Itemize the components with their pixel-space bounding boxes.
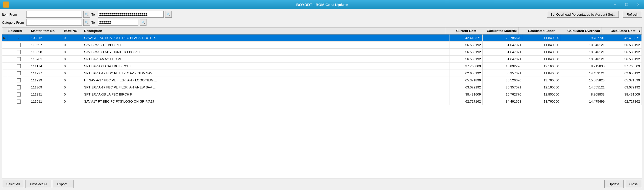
minimize-button[interactable]: −: [609, 0, 621, 9]
category-to-input[interactable]: [98, 19, 138, 26]
row-desc-2: SAV B-MAG LADY HUNTER FBC PL F: [83, 49, 450, 55]
row-calc-lab-2: 11.840000: [523, 49, 561, 55]
category-to-search-button[interactable]: 🔍: [140, 19, 146, 26]
row-master-1: 110697: [30, 42, 63, 48]
row-calc-lab-6: 13.760000: [523, 77, 561, 84]
row-calc-over-4: 8.715833: [561, 63, 606, 70]
row-checkbox-8[interactable]: [7, 91, 30, 98]
table-row[interactable]: 110698 0 SAV B-MAG LADY HUNTER FBC PL F …: [2, 49, 642, 56]
table-row[interactable]: 111511 0 SAV A17 FT BBC FC F("S"LOGO ON …: [2, 98, 642, 105]
th-calc-over: Calculated Overhead: [556, 27, 602, 34]
row-arrow-1: [2, 42, 7, 48]
main-container: Item From 🔍 To 🔍 Set Overhead Percentage…: [0, 9, 644, 190]
row-bom-9: 0: [63, 98, 83, 105]
checkbox-6[interactable]: [17, 78, 21, 82]
checkbox-7[interactable]: [17, 85, 21, 89]
item-from-input[interactable]: [26, 11, 82, 18]
row-calc-over-8: 8.868833: [561, 91, 606, 98]
select-all-button[interactable]: Select All: [2, 180, 24, 188]
table-row[interactable]: ▶ 108012 0 SAVAGE TACTICAL 93 E-REC BLAC…: [2, 35, 642, 42]
row-checkbox-5[interactable]: [7, 70, 30, 77]
row-calc-cost-5: 62.656192: [606, 70, 642, 77]
row-desc-3: SPT SAV B-MAG FBC PL F: [83, 56, 450, 62]
table-row[interactable]: 111309 0 SPT SAV A-17 FBC PL F LZR: A-17…: [2, 84, 642, 91]
row-calc-over-3: 13.046121: [561, 56, 606, 62]
row-arrow-8: [2, 91, 7, 98]
row-checkbox-4[interactable]: [7, 63, 30, 70]
th-calc-lab: Calculated Labor: [518, 27, 556, 34]
row-calc-over-1: 13.046121: [561, 42, 606, 48]
item-to-input[interactable]: [98, 11, 164, 18]
checkbox-5[interactable]: [17, 71, 21, 75]
row-calc-lab-8: 12.800000: [523, 91, 561, 98]
table-row[interactable]: 111391 0 SPT SAV AXIS LA FBC BIRCH F 38.…: [2, 91, 642, 98]
window-title: BOYDDT - BOM Cost Update: [296, 3, 348, 7]
row-desc-7: SPT SAV A-17 FBC PL F LZR: A-17/NEW SAV …: [83, 84, 450, 91]
checkbox-8[interactable]: [17, 92, 21, 97]
overhead-btn[interactable]: Set Overhead Percentages by Account Set.…: [547, 11, 619, 18]
row-bom-0: 0: [63, 35, 83, 41]
row-arrow-0: ▶: [2, 35, 7, 41]
category-from-search-button[interactable]: 🔍: [83, 19, 90, 26]
th-bom: BOM NO: [63, 27, 83, 34]
row-master-0: 108012: [30, 35, 63, 41]
row-calc-lab-9: 13.760000: [523, 98, 561, 105]
row-calc-cost-4: 37.768609: [606, 63, 642, 70]
row-calc-cost-8: 38.431609: [606, 91, 642, 98]
row-calc-lab-1: 11.840000: [523, 42, 561, 48]
filter-row-2: Category From 🔍 To 🔍: [2, 19, 642, 26]
row-cost-5: 62.656192: [450, 70, 483, 77]
th-master: Master Item No: [30, 27, 63, 34]
row-bom-4: 0: [63, 63, 83, 70]
unselect-all-button[interactable]: Unselect All: [26, 180, 51, 188]
row-checkbox-3[interactable]: [7, 56, 30, 62]
table-row[interactable]: 111229 0 FT SAV A-17 HBC PL F LZR: A-17 …: [2, 77, 642, 84]
item-to-search-button[interactable]: 🔍: [165, 11, 172, 18]
checkbox-0[interactable]: [17, 36, 21, 40]
row-calc-mat-4: 16.892776: [483, 63, 523, 70]
table-row[interactable]: 111227 0 SPT SAV A-17 HBC PL F LZR: A-17…: [2, 70, 642, 77]
row-arrow-4: [2, 63, 7, 70]
category-from-input[interactable]: [26, 19, 82, 26]
row-calc-over-5: 14.459121: [561, 70, 606, 77]
refresh-button[interactable]: Refresh: [623, 11, 642, 18]
checkbox-9[interactable]: [17, 100, 21, 104]
row-checkbox-1[interactable]: [7, 42, 30, 48]
row-cost-3: 56.533192: [450, 56, 483, 62]
row-bom-5: 0: [63, 70, 83, 77]
row-checkbox-6[interactable]: [7, 77, 30, 84]
row-checkbox-2[interactable]: [7, 49, 30, 55]
table-row[interactable]: 110701 0 SPT SAV B-MAG FBC PL F 56.53319…: [2, 56, 642, 63]
row-checkbox-9[interactable]: [7, 98, 30, 105]
close-dialog-button[interactable]: Close: [625, 180, 642, 188]
row-bom-6: 0: [63, 77, 83, 84]
filter-row-1: Item From 🔍 To 🔍 Set Overhead Percentage…: [2, 11, 642, 18]
item-from-search-button[interactable]: 🔍: [83, 11, 90, 18]
row-bom-2: 0: [63, 49, 83, 55]
close-button[interactable]: ✕: [632, 0, 644, 9]
row-calc-cost-1: 56.533192: [606, 42, 642, 48]
row-calc-lab-0: 11.840000: [523, 35, 561, 41]
restore-button[interactable]: ❐: [621, 0, 632, 9]
row-master-7: 111309: [30, 84, 63, 91]
th-cost: Current Cost: [445, 27, 478, 34]
checkbox-4[interactable]: [17, 64, 21, 68]
checkbox-2[interactable]: [17, 50, 21, 54]
row-checkbox-7[interactable]: [7, 84, 30, 91]
table-row[interactable]: 111174 0 SPT SAV AXIS SA FBC BIRCH F 37.…: [2, 63, 642, 70]
row-checkbox-0[interactable]: [7, 35, 30, 41]
row-calc-cost-6: 65.371899: [606, 77, 642, 84]
row-master-3: 110701: [30, 56, 63, 62]
window-controls: − ❐ ✕: [609, 0, 644, 9]
bottom-bar: Select All Unselect All Export... Update…: [2, 178, 642, 188]
row-calc-lab-4: 12.160000: [523, 63, 561, 70]
checkbox-3[interactable]: [17, 57, 21, 61]
checkbox-1[interactable]: [17, 43, 21, 47]
table-row[interactable]: 110697 0 SAV B-MAG FT BBC PL F 56.533192…: [2, 42, 642, 49]
export-button[interactable]: Export...: [53, 180, 73, 188]
app-icon: [3, 2, 9, 8]
row-cost-2: 56.533192: [450, 49, 483, 55]
update-button[interactable]: Update: [604, 180, 624, 188]
row-master-5: 111227: [30, 70, 63, 77]
row-desc-5: SPT SAV A-17 HBC PL F LZR: A-17/NEW SAV …: [83, 70, 450, 77]
